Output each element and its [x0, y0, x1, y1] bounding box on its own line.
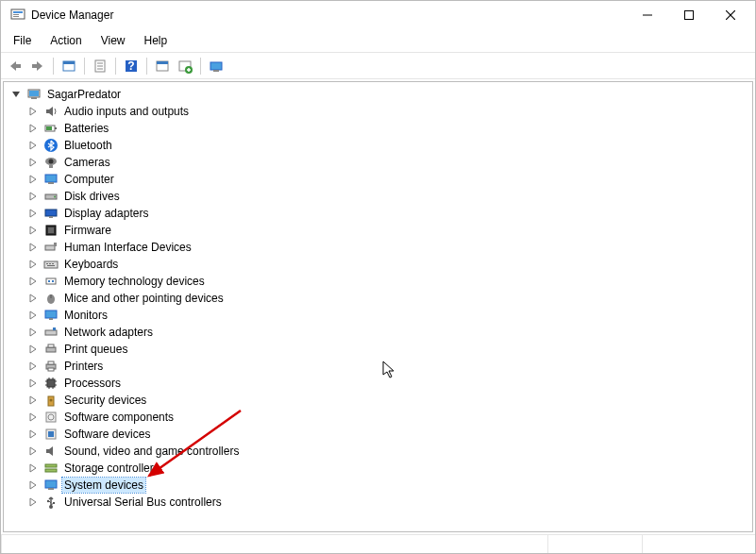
tree-node-hid[interactable]: Human Interface Devices — [25, 239, 752, 256]
tree-node-usb[interactable]: Universal Serial Bus controllers — [25, 494, 752, 511]
svg-rect-29 — [46, 126, 52, 130]
update-driver-button[interactable] — [152, 56, 173, 76]
menu-action[interactable]: Action — [42, 31, 90, 50]
tree-node-monitors[interactable]: Monitors — [25, 307, 752, 324]
tree-node-softcomp[interactable]: Software components — [25, 409, 752, 426]
tree-node-cameras[interactable]: Cameras — [25, 154, 752, 171]
tree-root-label: SagarPredator — [45, 87, 123, 102]
svg-rect-28 — [55, 127, 57, 129]
expand-icon[interactable] — [26, 190, 40, 203]
expand-icon[interactable] — [26, 122, 40, 135]
svg-rect-5 — [685, 11, 694, 20]
tree-node-label: Human Interface Devices — [62, 240, 193, 255]
tree-node-label: Disk drives — [62, 189, 122, 204]
tree-node-system[interactable]: System devices — [25, 477, 752, 494]
help-button[interactable]: ? — [121, 56, 142, 76]
expand-icon[interactable] — [26, 275, 40, 288]
svg-rect-8 — [16, 64, 21, 68]
mouse-icon — [43, 291, 59, 306]
tree-node-security[interactable]: Security devices — [25, 392, 752, 409]
expand-icon[interactable] — [26, 292, 40, 305]
svg-rect-25 — [29, 91, 39, 96]
expand-icon[interactable] — [26, 394, 40, 407]
device-tree-panel[interactable]: SagarPredator Audio inputs and outputs B… — [3, 81, 753, 532]
expand-icon[interactable] — [26, 445, 40, 458]
cpu-icon — [43, 376, 59, 391]
scan-hardware-button[interactable] — [206, 56, 227, 76]
svg-rect-78 — [45, 464, 57, 467]
tree-node-memory[interactable]: Memory technology devices — [25, 273, 752, 290]
svg-rect-56 — [45, 330, 57, 335]
tree-node-firmware[interactable]: Firmware — [25, 222, 752, 239]
expand-icon[interactable] — [26, 156, 40, 169]
expand-icon[interactable] — [26, 309, 40, 322]
expand-icon[interactable] — [26, 326, 40, 339]
hid-icon — [43, 240, 59, 255]
expand-icon[interactable] — [26, 360, 40, 373]
expand-icon[interactable] — [26, 139, 40, 152]
svg-rect-49 — [46, 278, 56, 284]
show-hidden-button[interactable] — [59, 56, 79, 76]
toolbar: ? — [1, 53, 755, 79]
tree-node-keyboards[interactable]: Keyboards — [25, 256, 752, 273]
toolbar-separator — [53, 58, 54, 75]
close-button[interactable] — [710, 2, 751, 28]
expand-icon[interactable] — [26, 343, 40, 356]
svg-rect-42 — [45, 245, 55, 250]
battery-icon — [43, 121, 59, 136]
properties-button[interactable] — [90, 56, 110, 76]
svg-rect-19 — [157, 61, 168, 64]
collapse-icon[interactable] — [9, 88, 23, 101]
forward-button[interactable] — [27, 56, 48, 76]
tree-node-bluetooth[interactable]: Bluetooth — [25, 137, 752, 154]
expand-icon[interactable] — [26, 495, 40, 509]
tree-node-computer[interactable]: Computer — [25, 171, 752, 188]
uninstall-driver-button[interactable] — [175, 56, 195, 76]
expand-icon[interactable] — [26, 105, 40, 118]
tree-node-storage[interactable]: Storage controllers — [25, 460, 752, 477]
bluetooth-icon — [43, 138, 59, 153]
tree-node-processors[interactable]: Processors — [25, 375, 752, 392]
toolbar-separator — [200, 58, 201, 75]
computer-root-icon — [26, 87, 42, 102]
menu-file[interactable]: File — [5, 31, 40, 50]
svg-rect-48 — [47, 265, 55, 266]
expand-icon[interactable] — [26, 428, 40, 441]
expand-icon[interactable] — [26, 173, 40, 186]
keyboard-icon — [43, 257, 59, 272]
tree-node-label: Security devices — [62, 393, 148, 408]
tree-node-softdev[interactable]: Software devices — [25, 426, 752, 443]
tree-node-network[interactable]: Network adapters — [25, 324, 752, 341]
tree-root[interactable]: SagarPredator — [8, 86, 752, 103]
svg-rect-35 — [48, 182, 54, 184]
menu-view[interactable]: View — [92, 31, 134, 50]
expand-icon[interactable] — [26, 377, 40, 390]
expand-icon[interactable] — [26, 478, 40, 492]
svg-point-73 — [50, 399, 53, 402]
tree-node-audio[interactable]: Audio inputs and outputs — [25, 103, 752, 120]
tree-node-sound[interactable]: Sound, video and game controllers — [25, 443, 752, 460]
expand-icon[interactable] — [26, 258, 40, 271]
tree-node-display[interactable]: Display adapters — [25, 205, 752, 222]
usb-icon — [43, 495, 59, 510]
svg-rect-61 — [48, 361, 54, 364]
svg-rect-62 — [48, 368, 54, 371]
menu-help[interactable]: Help — [136, 31, 176, 50]
tree-node-batteries[interactable]: Batteries — [25, 120, 752, 137]
tree-node-diskdrives[interactable]: Disk drives — [25, 188, 752, 205]
expand-icon[interactable] — [26, 224, 40, 237]
expand-icon[interactable] — [26, 411, 40, 424]
tree-node-label: Monitors — [62, 308, 109, 323]
window-controls — [627, 2, 751, 28]
expand-icon[interactable] — [26, 207, 40, 220]
minimize-button[interactable] — [627, 2, 668, 28]
tree-node-printers[interactable]: Printers — [25, 358, 752, 375]
back-button[interactable] — [5, 56, 25, 76]
monitor-icon — [43, 308, 59, 323]
expand-icon[interactable] — [26, 462, 40, 475]
tree-node-printqueues[interactable]: Print queues — [25, 341, 752, 358]
expand-icon[interactable] — [26, 241, 40, 254]
tree-node-label: Cameras — [62, 155, 112, 170]
tree-node-mice[interactable]: Mice and other pointing devices — [25, 290, 752, 307]
maximize-button[interactable] — [668, 2, 710, 28]
